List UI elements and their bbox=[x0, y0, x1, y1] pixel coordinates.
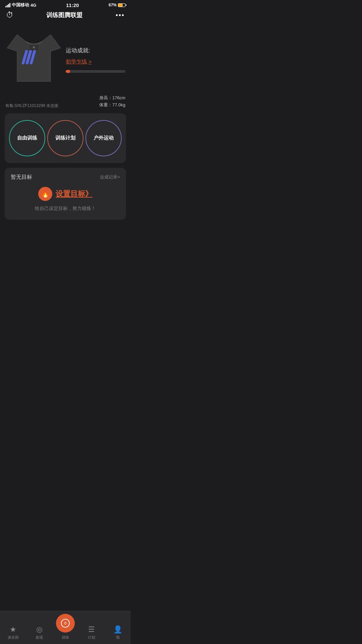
signal-bars bbox=[5, 3, 10, 7]
body-stats: 身高：176cm 体重：77.0kg bbox=[99, 95, 125, 109]
goals-title: 暂无目标 bbox=[11, 174, 32, 181]
achievement-section: 运动成就: 初学乍练 > bbox=[66, 23, 125, 90]
time-display: 11:20 bbox=[66, 2, 79, 8]
status-left: 中国移动 4G bbox=[5, 2, 36, 8]
goals-record-link[interactable]: 达成记录> bbox=[100, 174, 120, 180]
app-header: ⏱ 训练图腾联盟 ••• bbox=[0, 9, 131, 23]
device-info-row: 有氧·S/N:ZF11013299 未连接 身高：176cm 体重：77.0kg bbox=[0, 95, 131, 113]
training-plan-button[interactable]: 训练计划 bbox=[47, 120, 83, 156]
progress-fill bbox=[66, 70, 69, 73]
device-serial: 有氧·S/N:ZF11013299 未连接 bbox=[5, 103, 58, 109]
height-stat: 身高：176cm bbox=[99, 95, 125, 102]
weight-stat: 体重：77.0kg bbox=[99, 102, 125, 109]
goals-card: 暂无目标 达成记录> 🔥 设置目标》 给自己设定目标，努力锻炼！ bbox=[5, 168, 126, 220]
outdoor-sports-button[interactable]: 户外运动 bbox=[85, 120, 122, 156]
status-bar: 中国移动 4G 11:20 67% bbox=[0, 0, 131, 9]
free-training-button[interactable]: 自由训练 bbox=[9, 120, 45, 156]
page-title: 训练图腾联盟 bbox=[46, 11, 82, 19]
battery-percent: 67% bbox=[109, 3, 117, 7]
more-menu-button[interactable]: ••• bbox=[116, 11, 125, 19]
achievement-label: 运动成就: bbox=[66, 47, 125, 54]
set-goal-row: 🔥 设置目标》 bbox=[11, 187, 120, 201]
goals-header: 暂无目标 达成记录> bbox=[11, 174, 120, 181]
tshirt-image bbox=[5, 23, 62, 90]
svg-point-2 bbox=[33, 46, 35, 48]
network-type: 4G bbox=[31, 3, 36, 8]
progress-bar bbox=[66, 70, 125, 73]
hero-section: 运动成就: 初学乍练 > bbox=[0, 23, 131, 95]
history-icon[interactable]: ⏱ bbox=[6, 11, 13, 19]
training-options-card: 自由训练 训练计划 户外运动 bbox=[5, 113, 126, 163]
status-right: 67% bbox=[109, 3, 125, 7]
carrier-label: 中国移动 bbox=[12, 2, 29, 8]
achievement-link[interactable]: 初学乍练 > bbox=[66, 58, 125, 65]
set-goal-button[interactable]: 设置目标》 bbox=[56, 189, 93, 199]
battery-icon bbox=[118, 3, 125, 7]
goals-subtitle: 给自己设定目标，努力锻炼！ bbox=[11, 206, 120, 212]
flame-button[interactable]: 🔥 bbox=[38, 187, 52, 201]
